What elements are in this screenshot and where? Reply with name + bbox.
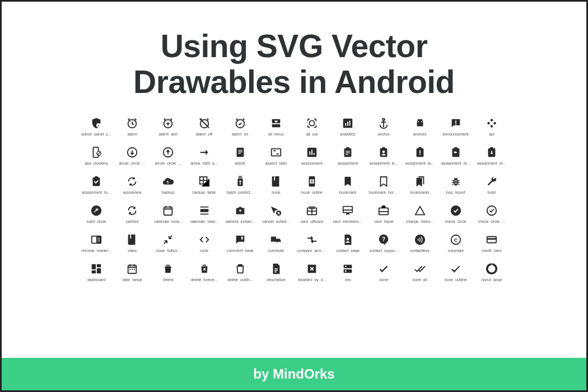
icon-cell-assignment_ind[interactable]: assignment_in...	[368, 146, 399, 165]
icon-cell-code[interactable]: code	[189, 234, 220, 253]
cached-icon	[126, 204, 138, 217]
icon-cell-card_membership[interactable]: card_membersh...	[333, 204, 363, 223]
icon-label: description	[261, 278, 291, 282]
icon-label: assignment_la...	[405, 161, 435, 165]
icon-cell-analytics[interactable]: analytics	[333, 117, 363, 136]
icon-cell-build_circle[interactable]: build_circle	[81, 204, 111, 223]
icon-cell-api[interactable]: api	[477, 117, 507, 136]
icon-cell-disabled_by_default[interactable]: disabled_by_d...	[297, 263, 327, 282]
icon-cell-alarm_add[interactable]: alarm_add	[153, 117, 183, 136]
icon-cell-contactless[interactable]: contactless	[405, 234, 435, 253]
icon-cell-close_fullscreen[interactable]: close_fullscr...	[153, 234, 183, 253]
icon-cell-copyright[interactable]: copyright	[441, 234, 471, 253]
icon-cell-date_range[interactable]: date_range	[117, 263, 147, 282]
icon-cell-alarm_off[interactable]: alarm_off	[189, 117, 220, 136]
card_giftcard-icon	[306, 204, 318, 217]
icon-cell-card_travel[interactable]: card_travel	[368, 204, 399, 223]
icon-cell-build[interactable]: build	[477, 175, 507, 194]
icon-cell-change_history[interactable]: change_histor...	[405, 204, 435, 223]
icon-cell-dashboard[interactable]: dashboard	[81, 263, 111, 282]
icon-cell-cached[interactable]: cached	[117, 204, 147, 223]
icon-label: build_circle	[81, 220, 111, 223]
icon-cell-cancel_schedule_send[interactable]: cancel_sched...	[261, 204, 291, 223]
icon-label: book	[261, 190, 291, 194]
icon-label: anchor	[368, 132, 399, 136]
app_blocking-icon	[90, 146, 102, 158]
icon-cell-assignment[interactable]: assignment	[333, 146, 363, 165]
icon-cell-assignment_returned[interactable]: assignment_re...	[477, 146, 507, 165]
icon-cell-announcement[interactable]: announcement	[441, 117, 471, 136]
icon-label: date_range	[117, 278, 147, 282]
icon-cell-donut_large[interactable]: donut_large	[477, 263, 507, 282]
icon-cell-admin_panel_settings[interactable]: admin_panel_s...	[81, 117, 111, 136]
icon-cell-compare_arrows[interactable]: compare_arrow...	[297, 234, 327, 253]
icon-cell-app_blocking[interactable]: app_blocking	[81, 146, 111, 165]
delete_outline-icon	[234, 263, 246, 275]
dashboard-icon	[90, 263, 102, 275]
icon-cell-all_inbox[interactable]: all_inbox	[261, 117, 291, 136]
icon-cell-assignment_return[interactable]: assignment_re...	[441, 146, 471, 165]
icon-cell-android[interactable]: android	[405, 117, 435, 136]
icon-cell-commute[interactable]: commute	[261, 234, 291, 253]
icon-cell-chrome_reader_mode[interactable]: chrome_reader...	[81, 234, 111, 253]
icon-cell-calendar_view_day[interactable]: calendar_view...	[189, 204, 220, 223]
icon-cell-arrow_right_alt[interactable]: arrow_right_a...	[189, 146, 220, 165]
backup_table-icon	[198, 175, 211, 188]
icon-cell-credit_card[interactable]: credit_card	[477, 234, 507, 253]
icon-label: donut_large	[477, 278, 507, 282]
icon-cell-card_giftcard[interactable]: card_giftcard	[297, 204, 327, 223]
icon-cell-arrow_circle_up[interactable]: arrow_circle_...	[153, 146, 183, 165]
icon-cell-anchor[interactable]: anchor	[368, 117, 399, 136]
icon-cell-book[interactable]: book	[261, 175, 291, 194]
icon-cell-bug_report[interactable]: bug_report	[441, 175, 471, 194]
icon-cell-autorenew[interactable]: autorenew	[117, 175, 147, 194]
icon-cell-check_circle[interactable]: check_circle	[441, 204, 471, 223]
icon-label: bug_report	[441, 190, 471, 194]
icon-cell-done_outline[interactable]: done_outline	[441, 263, 471, 282]
icon-cell-done[interactable]: done	[368, 263, 399, 282]
icon-label: book_online	[297, 190, 327, 194]
icon-label: copyright	[441, 249, 471, 253]
icon-cell-backup_table[interactable]: backup_table	[189, 175, 220, 194]
icon-cell-done_all[interactable]: done_all	[405, 263, 435, 282]
build_circle-icon	[90, 204, 102, 217]
icon-cell-description[interactable]: description	[261, 263, 291, 282]
icon-cell-camera_enhance[interactable]: camera_enhan...	[225, 204, 255, 223]
icon-cell-batch_prediction[interactable]: batch_predict...	[225, 175, 255, 194]
icon-cell-article[interactable]: article	[225, 146, 255, 165]
icon-cell-class[interactable]: class	[117, 234, 147, 253]
icon-label: delete_foreve...	[189, 278, 220, 282]
icon-cell-dns[interactable]: dns	[333, 263, 363, 282]
icon-cell-delete[interactable]: delete	[153, 263, 183, 282]
icon-cell-alarm[interactable]: alarm	[117, 117, 147, 136]
icon-cell-contact_page[interactable]: contact_page	[333, 234, 363, 253]
icon-cell-bookmark_border[interactable]: bookmark_bord...	[368, 175, 399, 194]
icon-cell-aspect_ratio[interactable]: aspect_ratio	[261, 146, 291, 165]
disabled_by_default-icon	[306, 263, 318, 275]
icon-label: contactless	[405, 249, 435, 253]
article-icon	[234, 146, 246, 158]
icon-cell-bookmarks[interactable]: bookmarks	[405, 175, 435, 194]
icon-cell-delete_forever[interactable]: delete_foreve...	[189, 263, 220, 282]
icon-label: arrow_circle_...	[153, 161, 183, 165]
icon-cell-alarm_on[interactable]: alarm_on	[225, 117, 255, 136]
icon-cell-assignment_turned_in[interactable]: assignment_tu...	[81, 175, 111, 194]
icon-cell-comment_bank[interactable]: comment_bank	[225, 234, 255, 253]
icon-cell-arrow_circle_down[interactable]: arrow_circle_...	[117, 146, 147, 165]
icon-label: code	[189, 249, 220, 253]
icon-cell-check_circle_outline[interactable]: check_circle_...	[477, 204, 507, 223]
icon-label: cancel_sched...	[261, 220, 291, 223]
bookmark-icon	[342, 175, 354, 188]
announcement-icon	[450, 117, 462, 129]
icon-cell-calendar_today[interactable]: calendar_toda...	[153, 204, 183, 223]
icon-cell-bookmark[interactable]: bookmark	[333, 175, 363, 194]
icon-cell-backup[interactable]: backup	[153, 175, 183, 194]
icon-cell-all_out[interactable]: all_out	[297, 117, 327, 136]
icon-cell-assignment_late[interactable]: assignment_la...	[405, 146, 435, 165]
icon-label: dashboard	[81, 278, 111, 282]
icon-cell-book_online[interactable]: book_online	[297, 175, 327, 194]
icon-label: admin_panel_s...	[81, 132, 111, 136]
icon-cell-delete_outline[interactable]: delete_outlin...	[225, 263, 255, 282]
icon-cell-assessment[interactable]: assessment	[297, 146, 327, 165]
icon-cell-contact_support[interactable]: contact_suppo...	[368, 234, 399, 253]
